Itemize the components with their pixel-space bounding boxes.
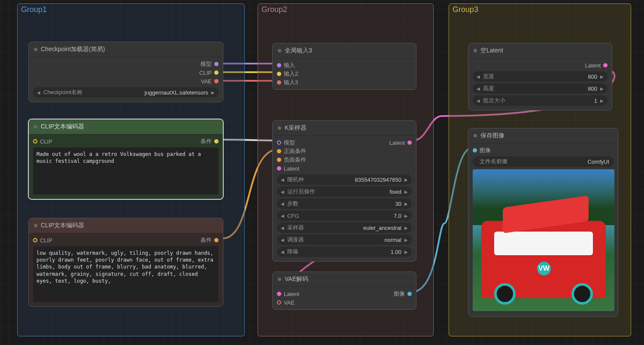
node-title: 保存图像 [480,132,504,140]
node-global-inputs[interactable]: 全局输入3 输入 输入2 输入3 [272,43,416,90]
port-clip-in[interactable] [33,139,37,143]
denoise-widget[interactable]: ◀降噪1.00▶ [277,247,412,257]
node-ksampler[interactable]: K采样器 模型 Latent 正面条件 负面条件 Latent ◀随机种8355… [272,120,416,262]
collapse-icon[interactable] [34,125,37,128]
port-latent-out[interactable] [603,63,608,67]
group-2-title: Group2 [261,5,287,14]
out-clip-label: CLIP [199,70,212,76]
width-widget[interactable]: ◀宽度800▶ [473,71,608,82]
port-cond-out[interactable] [214,238,219,242]
collapse-icon[interactable] [474,134,477,137]
cfg-widget[interactable]: ◀CFG7.0▶ [277,211,412,221]
port-vae[interactable] [214,79,219,83]
node-title: VAE解码 [285,275,308,283]
group-1-title: Group1 [21,5,47,14]
checkpoint-select[interactable]: ◀ Checkpoint名称 juggernautXL.safetensors … [33,87,219,98]
group-3-title: Group3 [453,5,478,14]
node-title: 全局输入3 [285,47,312,55]
sampler-widget[interactable]: ◀采样器euler_ancestral▶ [277,223,412,233]
collapse-icon[interactable] [34,224,37,227]
port-in1[interactable] [277,63,281,67]
node-title: CLIP文本编码器 [41,123,84,131]
port-image-in[interactable] [473,148,477,153]
collapse-icon[interactable] [278,278,281,281]
node-clip-positive[interactable]: CLIP文本编码器 CLIP 条件 Made out of wool a a r… [28,119,223,199]
port-image-out[interactable] [407,292,412,296]
out-vae-label: VAE [201,78,212,85]
port-model-in[interactable] [277,140,281,145]
arrow-right-icon[interactable]: ▶ [210,90,216,95]
port-clip[interactable] [214,70,219,75]
port-latent-in[interactable] [277,166,281,171]
node-vae-decode[interactable]: VAE解码 Latent 图像 VAE [272,272,416,310]
port-positive[interactable] [277,149,281,153]
node-save-image[interactable]: 保存图像 图像 文件名前缀ComfyUI VW [468,128,618,317]
collapse-icon[interactable] [278,126,281,130]
node-empty-latent[interactable]: 空Latent Latent ◀宽度800▶ ◀高度800▶ ◀批次大小1▶ [468,43,612,110]
port-latent-in[interactable] [277,292,281,296]
port-clip-in[interactable] [33,238,37,242]
arrow-left-icon[interactable]: ◀ [36,90,42,95]
batch-widget[interactable]: ◀批次大小1▶ [473,95,608,106]
node-title: 空Latent [480,47,503,55]
port-cond-out[interactable] [214,139,219,143]
seed-widget[interactable]: ◀随机种835547032947650▶ [277,174,412,185]
collapse-icon[interactable] [474,49,477,52]
node-title: Checkpoint加载器(简易) [41,46,105,53]
scheduler-widget[interactable]: ◀调度器normal▶ [277,235,412,245]
port-vae-in[interactable] [277,300,281,305]
node-checkpoint-loader[interactable]: Checkpoint加载器(简易) 模型 CLIP VAE ◀ Checkpoi… [28,42,223,102]
steps-widget[interactable]: ◀步数30▶ [277,198,412,209]
prompt-text[interactable]: Made out of wool a a retro Volkswagen bu… [33,147,219,195]
node-clip-negative[interactable]: CLIP文本编码器 CLIP 条件 low quality, watermark… [28,218,223,307]
height-widget[interactable]: ◀高度800▶ [473,83,608,94]
preview-image[interactable]: VW [473,169,614,311]
collapse-icon[interactable] [278,49,281,52]
out-model-label: 模型 [200,60,212,68]
collapse-icon[interactable] [34,48,37,51]
node-title: K采样器 [285,124,307,132]
filename-prefix-widget[interactable]: 文件名前缀ComfyUI [473,156,614,167]
port-model[interactable] [214,62,219,66]
port-negative[interactable] [277,158,281,162]
port-in2[interactable] [277,72,281,76]
port-latent-out[interactable] [407,140,412,145]
control-widget[interactable]: ◀运行后操作fixed▶ [277,186,412,197]
negative-prompt-text[interactable]: low quality, watermark, ugly, tiling, po… [33,246,219,302]
port-in3[interactable] [277,80,281,85]
node-title: CLIP文本编码器 [41,222,84,229]
